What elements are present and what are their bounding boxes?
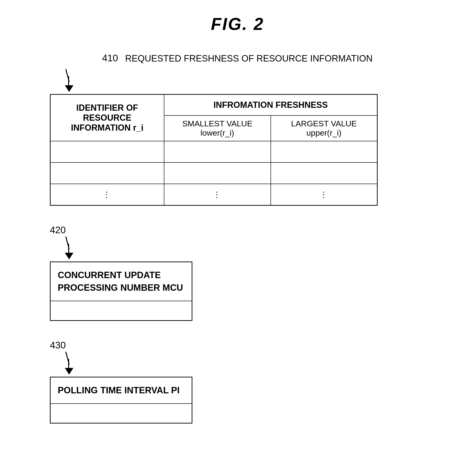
row3-col3: ⋮ [271, 184, 377, 205]
row1-col3 [271, 141, 377, 162]
box-430-line1: POLLING TIME INTERVAL PI [58, 385, 180, 395]
row1-col2 [164, 141, 271, 162]
box-420: CONCURRENT UPDATE PROCESSING NUMBER MCU [50, 261, 192, 321]
box-420-line1: CONCURRENT UPDATE [58, 270, 161, 280]
section-410-label-row: 410 REQUESTED FRESHNESS OF RESOURCE INFO… [102, 53, 456, 64]
arrow-vert-430 [68, 359, 69, 369]
col-freshness-header: INFROMATION FRESHNESS [164, 95, 377, 116]
section-410: 410 REQUESTED FRESHNESS OF RESOURCE INFO… [19, 53, 456, 206]
section-410-text: REQUESTED FRESHNESS OF RESOURCE INFORMAT… [125, 53, 373, 64]
row1-col1 [50, 141, 164, 162]
row3-col1: ⋮ [50, 184, 164, 205]
row2-col3 [271, 162, 377, 184]
box-430-text: POLLING TIME INTERVAL PI [51, 377, 192, 404]
page-title: FIG. 2 [19, 14, 456, 34]
section-420-label-row: 420 [50, 225, 456, 235]
arrow-vert-410 [68, 76, 69, 86]
table-row: ⋮ ⋮ ⋮ [50, 184, 377, 205]
table-row [50, 162, 377, 184]
section-430: 430 POLLING TIME INTERVAL PI [19, 340, 456, 424]
box-420-bottom [51, 301, 192, 320]
arrow-410 [63, 69, 77, 93]
section-420: 420 CONCURRENT UPDATE PROCESSING NUMBER … [19, 225, 456, 321]
col-smallest-header: SMALLEST VALUE lower(r_i) [164, 116, 271, 141]
box-430-bottom [51, 404, 192, 423]
section-430-label-row: 430 [50, 340, 456, 351]
row2-col1 [50, 162, 164, 184]
arrow-430 [63, 352, 77, 375]
section-430-number: 430 [50, 340, 66, 351]
arrow-head-420 [65, 253, 73, 259]
col-largest-label: LARGEST VALUE [291, 119, 357, 128]
section-420-number: 420 [50, 225, 66, 235]
section-410-number: 410 [102, 53, 118, 63]
page-container: FIG. 2 410 REQUESTED FRESHNESS OF RESOUR… [0, 0, 475, 476]
box-420-line2: PROCESSING NUMBER MCU [58, 283, 183, 293]
arrow-420 [63, 237, 77, 260]
col-largest-sub: upper(r_i) [306, 128, 341, 137]
arrow-head-430 [65, 368, 73, 374]
row2-col2 [164, 162, 271, 184]
col-smallest-label: SMALLEST VALUE [182, 119, 252, 128]
col-identifier-header: IDENTIFIER OF RESOURCE INFORMATION r_i [50, 95, 164, 141]
info-table: IDENTIFIER OF RESOURCE INFORMATION r_i I… [50, 94, 378, 206]
col-smallest-sub: lower(r_i) [201, 128, 234, 137]
arrow-vert-420 [68, 244, 69, 254]
arrow-head-410 [65, 85, 73, 92]
col-largest-header: LARGEST VALUE upper(r_i) [271, 116, 377, 141]
table-header-row-1: IDENTIFIER OF RESOURCE INFORMATION r_i I… [50, 95, 377, 116]
box-430: POLLING TIME INTERVAL PI [50, 377, 192, 424]
box-420-text: CONCURRENT UPDATE PROCESSING NUMBER MCU [51, 262, 192, 301]
row3-col2: ⋮ [164, 184, 271, 205]
table-row [50, 141, 377, 162]
